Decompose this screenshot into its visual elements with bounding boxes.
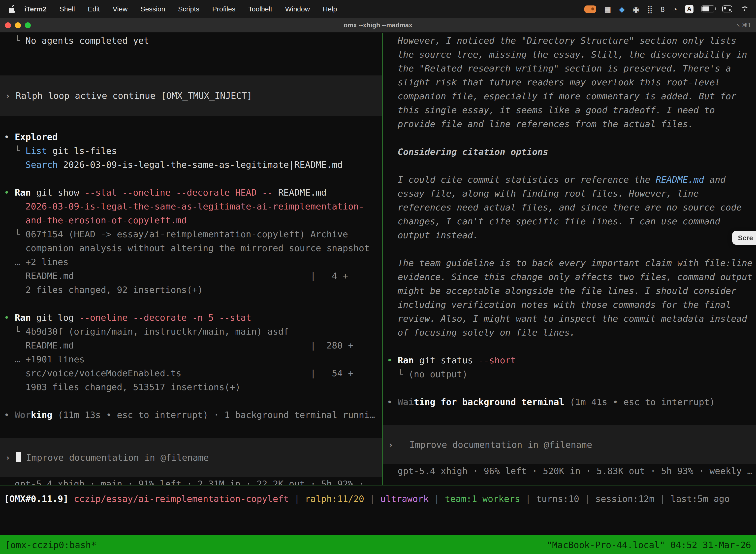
- text-segment: └: [4, 229, 25, 239]
- text-segment: └: [4, 326, 25, 337]
- menu-item-edit[interactable]: Edit: [81, 5, 106, 13]
- terminal-line: › Ralph loop active continue [OMX_TMUX_I…: [5, 89, 378, 103]
- terminal-line: However, I noticed the "Directory Struct…: [387, 34, 756, 48]
- text-segment: •: [4, 312, 15, 323]
- terminal-line: • Ran git status --short: [387, 353, 756, 367]
- disc-app-icon[interactable]: ◉: [633, 5, 639, 13]
- text-segment: Ran: [15, 312, 31, 323]
- text-segment: git log: [31, 312, 79, 323]
- terminal-line: review. Also, I might want to inspect th…: [387, 312, 756, 326]
- terminal-line: changes, I can't cite specific file line…: [387, 214, 756, 228]
- terminal-line: and-the-erosion-of-copyleft.md: [4, 214, 382, 227]
- menu-item-shell[interactable]: Shell: [53, 5, 81, 13]
- menu-item-iterm2[interactable]: iTerm2: [18, 5, 53, 13]
- text-segment: --oneline --decorate -n 5 --stat: [79, 312, 252, 323]
- text-segment: (1m 41s • esc to interrupt): [564, 397, 715, 407]
- waiting-status-line: • Waiting for background terminal (1m 41…: [387, 395, 756, 409]
- menu-item-toolbelt[interactable]: Toolbelt: [242, 5, 279, 13]
- blank-line: [4, 172, 382, 186]
- text-segment: I could cite commit statistics or refere…: [387, 174, 656, 185]
- blank-line: [4, 116, 382, 130]
- text-segment: README.md: [273, 187, 327, 198]
- text-segment: └: [387, 369, 408, 379]
- text-segment: references need actual files, and since …: [387, 202, 742, 213]
- terminal-line: companion file, especially if more comme…: [387, 89, 756, 103]
- text-segment: •: [4, 131, 15, 142]
- grid-icon[interactable]: ▦: [604, 5, 611, 13]
- apple-menu-icon[interactable]: [9, 5, 16, 13]
- text-segment: the "Related research writing" section i…: [387, 63, 731, 73]
- prompt-input[interactable]: › Improve documentation in @filename: [383, 425, 756, 464]
- close-button[interactable]: [5, 22, 11, 28]
- terminal-line: • Ran git log --oneline --decorate -n 5 …: [4, 311, 382, 325]
- text-segment: … +2 lines: [4, 257, 68, 267]
- battery-icon[interactable]: [701, 5, 714, 12]
- text-segment: this single essay, it seems like a good …: [387, 105, 715, 115]
- diamond-app-icon[interactable]: ◆: [619, 5, 625, 13]
- text-segment: |: [654, 493, 671, 504]
- text-segment: Considering citation options: [387, 147, 548, 157]
- text-segment: review. Also, I might want to inspect th…: [387, 313, 747, 324]
- menu-item-help[interactable]: Help: [316, 5, 343, 13]
- terminal-pane-right[interactable]: However, I noticed the "Directory Struct…: [383, 33, 756, 485]
- text-segment: gpt-5.4 xhigh · 96% left · 520K in · 5.8…: [387, 466, 753, 476]
- text-segment: 4b9d30f (origin/main, instructkr/main, m…: [25, 326, 289, 337]
- menu-item-profiles[interactable]: Profiles: [206, 5, 242, 13]
- text-segment: 2026-03-09-is-legal-the-same-as-legitima…: [58, 159, 343, 170]
- terminal-line: provide file and line references from th…: [387, 117, 756, 131]
- wifi-icon[interactable]: [740, 5, 749, 12]
- text-segment: README.md | 4 +: [4, 271, 348, 281]
- text-segment: ralph:11/20: [305, 493, 364, 504]
- figure-icon[interactable]: 8: [660, 5, 665, 13]
- window-title-bar: omx --xhigh --madmax ⌥⌘1: [0, 18, 756, 33]
- text-segment: 2026-03-09-is-legal-the-same-as-legitima…: [4, 201, 364, 212]
- terminal-line: • Ran git show --stat --oneline --decora…: [4, 186, 382, 200]
- terminal-line: output instead.: [387, 228, 756, 242]
- menu-item-scripts[interactable]: Scripts: [172, 5, 206, 13]
- zoom-button[interactable]: [25, 22, 31, 28]
- prompt-input[interactable]: › Improve documentation in @filename: [0, 438, 382, 477]
- input-source-icon[interactable]: A: [685, 5, 693, 13]
- text-segment: Search: [25, 159, 58, 170]
- text-segment: Explored: [15, 131, 58, 142]
- terminal-pane-left[interactable]: └ No agents completed yet› Ralph loop ac…: [0, 33, 382, 485]
- terminal-line: … +2 lines: [4, 255, 382, 269]
- menu-item-window[interactable]: Window: [279, 5, 316, 13]
- screen-recording-indicator-icon[interactable]: [584, 5, 596, 13]
- text-segment: slight risk that future readers may over…: [387, 77, 720, 88]
- menu-bar-left: iTerm2ShellEditViewSessionScriptsProfile…: [9, 5, 343, 13]
- gauge-icon[interactable]: ◔: [673, 5, 677, 13]
- terminal-line: essay file, along with finding root file…: [387, 187, 756, 201]
- terminal-line: └ 067f154 (HEAD -> essay/ai-reimplementa…: [4, 227, 382, 241]
- control-center-icon[interactable]: [722, 5, 732, 12]
- text-segment: [68, 493, 74, 504]
- screen-share-tooltip: Scre: [732, 231, 756, 245]
- text-segment: Ran: [397, 355, 414, 365]
- text-segment: However, I noticed the "Directory Struct…: [387, 35, 737, 46]
- text-segment: last:5m ago: [671, 493, 730, 504]
- text-segment: team:1 workers: [445, 493, 520, 504]
- text-segment: of focusing solely on file lines.: [387, 327, 575, 338]
- menu-item-session[interactable]: Session: [134, 5, 172, 13]
- dots-grid-icon[interactable]: ⣿: [647, 5, 652, 13]
- blank-line: [387, 340, 756, 353]
- prompt-placeholder: Improve documentation in @filename: [20, 452, 209, 463]
- minimize-button[interactable]: [15, 22, 21, 28]
- menu-item-view[interactable]: View: [106, 5, 134, 13]
- tmux-session-window-tab[interactable]: [omx-cczip0:bash*: [5, 539, 96, 550]
- blank-line: [387, 159, 756, 173]
- text-segment: Wor: [15, 409, 31, 420]
- omx-status-bar: [OMX#0.11.9] cczip/essay/ai-reimplementa…: [4, 492, 730, 506]
- terminal-line: The team guideline is to back every impo…: [387, 256, 756, 270]
- text-segment: provide file and line references from th…: [387, 119, 693, 129]
- text-cursor: [16, 451, 20, 462]
- blank-line: [4, 394, 382, 408]
- terminal-line: … +1901 lines: [4, 352, 382, 366]
- menu-bar: iTerm2ShellEditViewSessionScriptsProfile…: [0, 0, 756, 18]
- text-segment: |: [579, 493, 595, 504]
- menu-items: iTerm2ShellEditViewSessionScriptsProfile…: [18, 5, 343, 13]
- window-shortcut-hint: ⌥⌘1: [735, 21, 751, 29]
- text-segment: •: [4, 187, 15, 198]
- terminal-line: └ List git ls-files: [4, 144, 382, 158]
- model-status-line: gpt-5.4 xhigh · 96% left · 520K in · 5.8…: [387, 464, 756, 478]
